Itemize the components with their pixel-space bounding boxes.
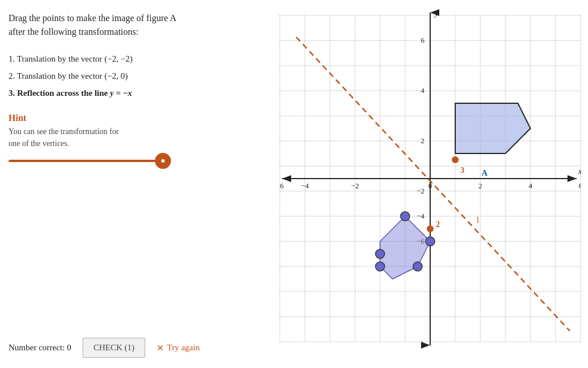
drag-vertex-5[interactable] — [375, 262, 385, 271]
svg-text:4: 4 — [421, 86, 425, 95]
drag-vertex-4[interactable] — [413, 262, 422, 271]
figure-A — [455, 103, 530, 153]
svg-text:−2: −2 — [351, 181, 359, 190]
slider-thumb-inner — [160, 158, 166, 164]
left-panel: Drag the points to make the image of fig… — [9, 11, 271, 162]
orange-label-1: 1 — [476, 216, 480, 224]
step-2: 2. Translation by the vector (−2, 0) — [9, 67, 271, 84]
figure-A-label: A — [481, 168, 488, 177]
y-axis-label: y — [434, 9, 439, 18]
hint-text: You can see the transformation forone of… — [9, 126, 271, 149]
orange-label-3: 3 — [460, 166, 464, 175]
hint-vertex-1[interactable] — [452, 156, 459, 163]
steps-list: 1. Translation by the vector (−2, −2) 2.… — [9, 50, 271, 102]
drag-vertex-2[interactable] — [401, 212, 410, 221]
svg-text:4: 4 — [529, 181, 533, 190]
number-correct-label: Number correct: 0 — [9, 343, 71, 353]
x-icon: ✕ — [157, 343, 164, 353]
svg-text:−4: −4 — [416, 212, 424, 220]
transformed-figure — [380, 216, 430, 279]
x-axis-label: x — [578, 167, 581, 176]
coordinate-graph: −6 −4 −2 0 2 4 6 6 4 2 −2 −4 −6 x y — [279, 6, 581, 354]
hint-title: Hint — [9, 113, 271, 123]
hint-vertex-2[interactable] — [427, 225, 434, 232]
svg-text:−4: −4 — [301, 181, 309, 190]
hint-slider[interactable] — [9, 160, 191, 162]
instruction-text: Drag the points to make the image of fig… — [9, 11, 271, 39]
instruction-line1: Drag the points to make the image of fig… — [9, 13, 177, 23]
graph-area: −6 −4 −2 0 2 4 6 6 4 2 −2 −4 −6 x y — [279, 6, 581, 359]
svg-text:6: 6 — [579, 181, 581, 190]
instruction-line2: after the following transformations: — [9, 27, 138, 37]
try-again[interactable]: ✕ Try again — [157, 343, 199, 353]
svg-text:−2: −2 — [416, 187, 424, 195]
svg-text:2: 2 — [479, 181, 483, 190]
check-button[interactable]: CHECK (1) — [83, 338, 145, 358]
slider-track — [9, 160, 168, 162]
bottom-bar: Number correct: 0 CHECK (1) ✕ Try again — [9, 338, 199, 358]
orange-label-2: 2 — [436, 220, 440, 229]
drag-vertex-3[interactable] — [426, 237, 435, 246]
step-1: 1. Translation by the vector (−2, −2) — [9, 50, 271, 67]
slider-thumb[interactable] — [155, 153, 171, 169]
svg-text:−6: −6 — [279, 181, 284, 190]
svg-text:2: 2 — [421, 136, 425, 145]
hint-section: Hint You can see the transformation foro… — [9, 113, 271, 149]
step-3: 3. Reflection across the line y = −x — [9, 84, 271, 102]
svg-text:6: 6 — [421, 36, 425, 45]
drag-vertex-1[interactable] — [375, 249, 385, 258]
try-again-label: Try again — [167, 343, 199, 353]
